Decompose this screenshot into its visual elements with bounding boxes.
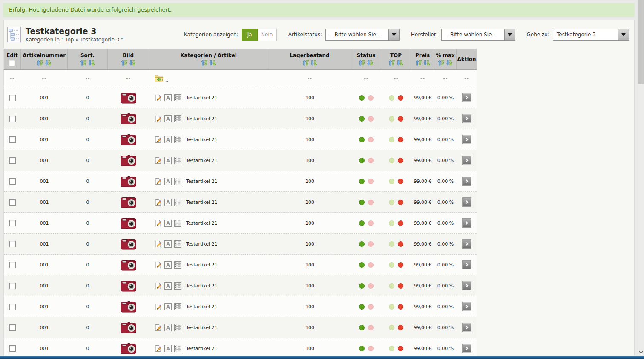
article-attributes-icon[interactable] bbox=[174, 240, 181, 248]
sort-ascending-icon[interactable] bbox=[303, 60, 309, 66]
article-name-link[interactable]: Testartikel 21 bbox=[186, 241, 218, 247]
top-inactive-toggle[interactable] bbox=[398, 179, 403, 184]
article-description-icon[interactable]: A bbox=[164, 178, 172, 185]
edit-article-icon[interactable] bbox=[155, 178, 162, 185]
row-checkbox[interactable] bbox=[9, 157, 16, 164]
status-active-toggle[interactable] bbox=[359, 116, 365, 122]
article-description-icon[interactable]: A bbox=[164, 303, 172, 310]
article-description-icon[interactable]: A bbox=[164, 240, 172, 248]
row-checkbox[interactable] bbox=[9, 283, 16, 289]
top-active-toggle[interactable] bbox=[389, 283, 394, 289]
edit-article-icon[interactable] bbox=[155, 220, 162, 227]
article-description-icon[interactable]: A bbox=[164, 282, 172, 290]
article-description-icon[interactable]: A bbox=[164, 261, 172, 269]
row-checkbox[interactable] bbox=[9, 345, 16, 352]
top-inactive-toggle[interactable] bbox=[398, 262, 403, 268]
edit-article-icon[interactable] bbox=[155, 324, 162, 331]
article-attributes-icon[interactable] bbox=[174, 303, 181, 310]
article-description-icon[interactable]: A bbox=[164, 220, 172, 227]
row-checkbox[interactable] bbox=[9, 241, 16, 247]
sort-ascending-icon[interactable] bbox=[389, 60, 395, 66]
article-description-icon[interactable]: A bbox=[164, 115, 172, 122]
article-attributes-icon[interactable] bbox=[174, 94, 181, 101]
action-arrow-button[interactable] bbox=[463, 344, 471, 353]
status-inactive-toggle[interactable] bbox=[368, 283, 374, 289]
dropdown-arrow-icon[interactable] bbox=[618, 29, 629, 40]
status-active-toggle[interactable] bbox=[359, 95, 365, 101]
row-checkbox[interactable] bbox=[9, 116, 16, 122]
edit-article-icon[interactable] bbox=[155, 282, 162, 290]
sort-descending-icon[interactable] bbox=[311, 60, 317, 66]
dropdown-arrow-icon[interactable] bbox=[388, 29, 399, 40]
sort-descending-icon[interactable] bbox=[367, 60, 373, 66]
article-name-link[interactable]: Testartikel 21 bbox=[186, 283, 218, 289]
article-name-link[interactable]: Testartikel 21 bbox=[186, 158, 218, 163]
status-active-toggle[interactable] bbox=[359, 220, 365, 226]
edit-article-icon[interactable] bbox=[155, 136, 162, 143]
top-inactive-toggle[interactable] bbox=[398, 325, 403, 330]
row-checkbox[interactable] bbox=[9, 95, 16, 101]
top-active-toggle[interactable] bbox=[389, 304, 394, 310]
status-inactive-toggle[interactable] bbox=[368, 346, 374, 351]
column-header-artikelnummer[interactable]: Artikelnummer bbox=[21, 49, 68, 69]
article-description-icon[interactable]: A bbox=[164, 324, 172, 331]
status-active-toggle[interactable] bbox=[359, 325, 365, 330]
article-description-icon[interactable]: A bbox=[164, 345, 172, 352]
edit-article-icon[interactable] bbox=[155, 94, 162, 101]
article-attributes-icon[interactable] bbox=[174, 282, 181, 290]
sort-ascending-icon[interactable] bbox=[121, 60, 127, 66]
article-description-icon[interactable]: A bbox=[164, 136, 172, 143]
top-inactive-toggle[interactable] bbox=[398, 304, 403, 310]
sort-ascending-icon[interactable] bbox=[37, 60, 43, 66]
edit-article-icon[interactable] bbox=[155, 345, 162, 352]
top-active-toggle[interactable] bbox=[389, 241, 394, 247]
vertical-scrollbar[interactable] bbox=[638, 0, 644, 359]
status-inactive-toggle[interactable] bbox=[368, 304, 374, 310]
top-active-toggle[interactable] bbox=[389, 158, 394, 163]
action-arrow-button[interactable] bbox=[463, 240, 471, 248]
top-active-toggle[interactable] bbox=[389, 179, 394, 184]
column-header-max[interactable]: % max bbox=[434, 49, 457, 69]
sort-descending-icon[interactable] bbox=[424, 60, 430, 66]
top-active-toggle[interactable] bbox=[389, 325, 394, 330]
row-checkbox[interactable] bbox=[9, 324, 16, 331]
article-name-link[interactable]: Testartikel 21 bbox=[186, 304, 218, 310]
status-inactive-toggle[interactable] bbox=[368, 95, 374, 101]
article-attributes-icon[interactable] bbox=[174, 261, 181, 269]
status-active-toggle[interactable] bbox=[359, 158, 365, 163]
top-inactive-toggle[interactable] bbox=[398, 137, 403, 142]
status-active-toggle[interactable] bbox=[359, 179, 365, 184]
row-checkbox[interactable] bbox=[9, 220, 16, 226]
sort-ascending-icon[interactable] bbox=[201, 60, 207, 66]
article-name-link[interactable]: Testartikel 21 bbox=[186, 220, 218, 226]
article-name-link[interactable]: Testartikel 21 bbox=[186, 179, 218, 184]
action-arrow-button[interactable] bbox=[463, 177, 471, 185]
status-active-toggle[interactable] bbox=[359, 283, 365, 289]
action-arrow-button[interactable] bbox=[463, 198, 471, 206]
top-active-toggle[interactable] bbox=[389, 137, 394, 142]
top-inactive-toggle[interactable] bbox=[398, 95, 403, 101]
dropdown-arrow-icon[interactable] bbox=[504, 29, 515, 40]
top-inactive-toggle[interactable] bbox=[398, 220, 403, 226]
column-header-sort[interactable]: Sort. bbox=[68, 49, 108, 69]
article-attributes-icon[interactable] bbox=[174, 178, 181, 185]
article-name-link[interactable]: Testartikel 21 bbox=[186, 137, 218, 142]
article-attributes-icon[interactable] bbox=[174, 199, 181, 206]
action-arrow-button[interactable] bbox=[463, 93, 471, 102]
top-active-toggle[interactable] bbox=[389, 346, 394, 351]
action-arrow-button[interactable] bbox=[463, 323, 471, 332]
action-arrow-button[interactable] bbox=[463, 135, 471, 144]
status-inactive-toggle[interactable] bbox=[368, 325, 374, 330]
sort-descending-icon[interactable] bbox=[129, 60, 135, 66]
sort-descending-icon[interactable] bbox=[89, 60, 95, 66]
top-active-toggle[interactable] bbox=[389, 200, 394, 205]
action-arrow-button[interactable] bbox=[463, 261, 471, 269]
sort-ascending-icon[interactable] bbox=[80, 60, 86, 66]
row-checkbox[interactable] bbox=[9, 262, 16, 268]
top-active-toggle[interactable] bbox=[389, 220, 394, 226]
status-active-toggle[interactable] bbox=[359, 262, 365, 268]
column-header-preis[interactable]: Preis bbox=[411, 49, 434, 69]
article-name-link[interactable]: Testartikel 21 bbox=[186, 262, 218, 268]
top-inactive-toggle[interactable] bbox=[398, 283, 403, 289]
sort-descending-icon[interactable] bbox=[210, 60, 216, 66]
